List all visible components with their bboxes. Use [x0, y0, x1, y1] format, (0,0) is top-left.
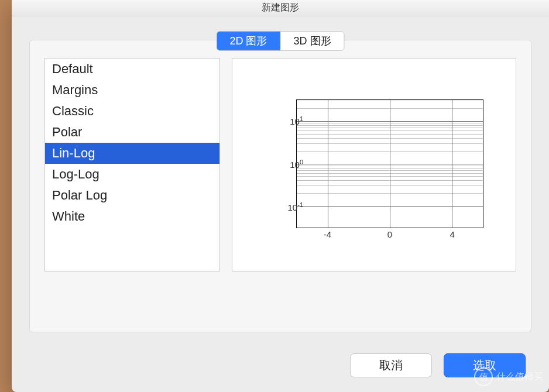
list-item[interactable]: Classic	[45, 101, 219, 122]
dialog-window: 新建图形 2D 图形 3D 图形 DefaultMarginsClassicPo…	[12, 0, 549, 392]
watermark-icon: 值	[474, 367, 493, 386]
inner-panel: DefaultMarginsClassicPolarLin-LogLog-Log…	[30, 40, 531, 332]
watermark-label: 什么值得买	[496, 371, 543, 383]
y-tick-label: 10-1	[288, 201, 303, 212]
list-item[interactable]: Log-Log	[45, 164, 219, 185]
list-item[interactable]: Lin-Log	[45, 143, 219, 164]
list-item[interactable]: Margins	[45, 80, 219, 101]
tab-2d[interactable]: 2D 图形	[217, 32, 280, 50]
chart-axes	[296, 99, 483, 228]
list-item[interactable]: Polar	[45, 122, 219, 143]
tab-bar: 2D 图形 3D 图形	[216, 31, 344, 51]
chart-preview: 10-1100101 -404	[254, 83, 494, 247]
x-tick-label: 0	[387, 229, 392, 239]
list-item[interactable]: Polar Log	[45, 185, 219, 206]
tab-3d[interactable]: 3D 图形	[281, 32, 344, 50]
preview-panel: 10-1100101 -404	[232, 58, 516, 271]
x-tick-label: 4	[450, 229, 454, 239]
content-frame: 2D 图形 3D 图形 DefaultMarginsClassicPolarLi…	[29, 40, 531, 332]
dialog-title: 新建图形	[12, 0, 549, 16]
x-tick-label: -4	[324, 229, 331, 239]
list-item[interactable]: Default	[45, 59, 219, 80]
list-item[interactable]: White	[45, 206, 219, 227]
template-listbox[interactable]: DefaultMarginsClassicPolarLin-LogLog-Log…	[44, 58, 220, 271]
cancel-button[interactable]: 取消	[350, 353, 432, 377]
y-tick-label: 101	[290, 115, 303, 126]
watermark: 值 什么值得买	[474, 367, 543, 386]
y-tick-label: 100	[290, 158, 303, 169]
